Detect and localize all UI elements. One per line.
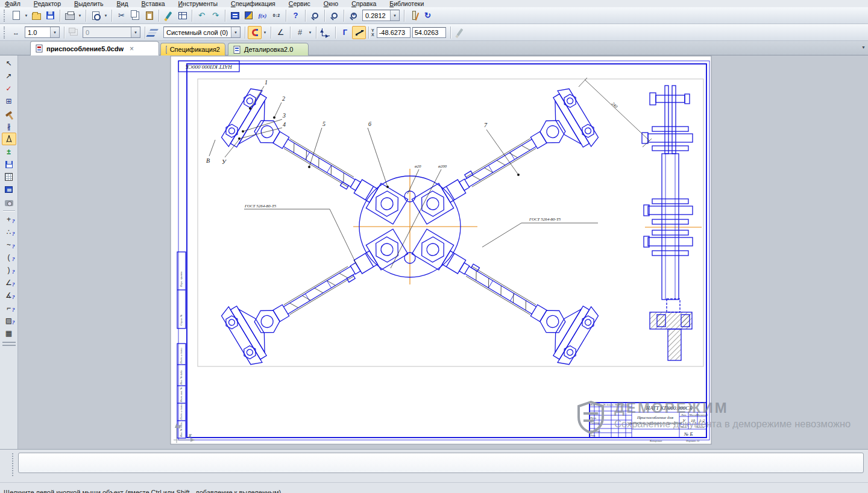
tab-detalirovka[interactable]: Деталировка2.0 <box>228 43 309 55</box>
arc-length-tool[interactable]: (? <box>2 251 16 263</box>
tab-prisposoblenie[interactable]: приспособление5.0cdw × <box>30 41 159 55</box>
current-layer-combo[interactable]: Системный слой (0) ▼ <box>163 27 241 38</box>
menu-select[interactable]: Выделить <box>74 0 103 7</box>
fragment-panel-button[interactable]: ⊞ <box>2 95 16 107</box>
constraints-panel-button[interactable]: ∦ <box>2 120 16 133</box>
magnet-snap-icon <box>252 29 257 36</box>
layer-number-combo[interactable]: 0 ▼ <box>83 27 140 38</box>
spec-control-panel-button[interactable]: ± <box>2 145 16 158</box>
local-cs-button[interactable] <box>319 26 333 39</box>
redo-button[interactable]: ↷ <box>209 9 222 22</box>
tab-list-arrow[interactable]: ▼ <box>861 45 866 49</box>
mass-properties-tool[interactable]: ▦ <box>2 327 16 339</box>
undo-button[interactable]: ↶ <box>195 9 209 22</box>
callout-4: 4 <box>283 121 286 128</box>
drawing-canvas[interactable]: НАТТ КП000.000СБ <box>18 55 868 449</box>
snap-button[interactable] <box>248 26 262 39</box>
cut-button[interactable]: ✂ <box>115 9 128 22</box>
toolbar-grip2[interactable] <box>4 27 7 39</box>
print-dropdown[interactable]: ▼ <box>77 9 83 22</box>
context-help-button[interactable]: ? <box>289 9 303 22</box>
scale-label: Масштаб <box>696 413 708 416</box>
calculator-button[interactable] <box>242 9 256 22</box>
current-layer-arrow[interactable]: ▼ <box>231 27 240 37</box>
curve-length-tool[interactable]: )? <box>2 263 16 276</box>
menu-view[interactable]: Вид <box>117 0 128 7</box>
library-manager-button[interactable] <box>228 9 242 22</box>
property-bar-field[interactable] <box>18 453 864 473</box>
print-preview-button[interactable] <box>89 9 102 22</box>
area-tool[interactable]: ▨? <box>2 314 16 327</box>
menu-window[interactable]: Окно <box>324 0 338 7</box>
build-panel-button[interactable] <box>2 107 16 120</box>
document-tab-bar: приспособление5.0cdw × Спецификация2 Дет… <box>0 41 868 55</box>
open-button[interactable] <box>30 9 43 22</box>
perimeter-tool[interactable]: ⌐? <box>2 301 16 314</box>
insert-view-panel-button[interactable] <box>2 196 16 209</box>
measure-panel-button[interactable] <box>2 133 16 145</box>
ortho-icon: Г <box>343 28 347 36</box>
menu-help[interactable]: Справка <box>351 0 376 7</box>
zoom-combo-arrow[interactable]: ▼ <box>390 10 399 20</box>
paste-button[interactable] <box>142 9 156 22</box>
distance-two-points-tool[interactable]: ∴? <box>2 225 16 238</box>
sheet-panel-button[interactable] <box>2 171 16 183</box>
coord-x-field[interactable] <box>377 27 410 38</box>
angle-three-points-tool[interactable]: ∡? <box>2 289 16 301</box>
layers-button[interactable] <box>148 26 162 39</box>
drawing-sheet-view[interactable]: НАТТ КП000.000СБ <box>18 55 868 449</box>
menu-insert[interactable]: Вставка <box>142 0 165 7</box>
zoom-in-out-button[interactable] <box>347 9 360 22</box>
ortho-button[interactable]: Г <box>338 26 352 39</box>
layer-combo-arrow[interactable]: ▼ <box>131 27 140 37</box>
spec-numbering-button[interactable]: 0↕2 <box>269 9 283 22</box>
print-button[interactable] <box>63 9 77 22</box>
tb-row: Т.контр. <box>590 421 600 424</box>
toolbar-grip[interactable] <box>4 10 7 22</box>
point-coordinates-tool[interactable]: +? <box>2 213 16 225</box>
properties-button[interactable] <box>175 9 189 22</box>
ruler-button[interactable] <box>407 9 421 22</box>
preview-dropdown[interactable]: ▼ <box>102 9 109 22</box>
rounding-button[interactable] <box>352 26 366 39</box>
zoom-frame-button[interactable] <box>327 9 341 22</box>
menu-service[interactable]: Сервис <box>289 0 310 7</box>
save-button[interactable] <box>43 9 57 22</box>
sheet[interactable] <box>171 56 711 444</box>
new-document-button[interactable] <box>9 9 23 22</box>
variables-button[interactable]: f(x) <box>256 9 269 22</box>
menu-file[interactable]: Файл <box>5 0 20 7</box>
property-bar-grip[interactable] <box>12 453 14 476</box>
zoom-selected-button[interactable] <box>308 9 322 22</box>
new-document-dropdown[interactable]: ▼ <box>23 9 30 22</box>
view-panel-button[interactable] <box>2 183 16 196</box>
coord-y-field[interactable] <box>412 27 446 38</box>
menu-libraries[interactable]: Библиотеки <box>389 0 424 7</box>
editing-panel-button[interactable]: ↗ <box>2 69 16 82</box>
tab-specifikaciya[interactable]: Спецификация2 <box>160 43 225 55</box>
tab-close-button[interactable]: × <box>130 45 134 53</box>
refresh-view-button[interactable]: ↻ <box>421 9 435 22</box>
menu-tools[interactable]: Инструменты <box>178 0 218 7</box>
cursor-step-combo[interactable]: 1.0 ▼ <box>25 27 60 38</box>
angle-two-lines-tool[interactable]: ∠? <box>2 276 16 289</box>
distance-curve-tool[interactable]: ~? <box>2 238 16 251</box>
menu-editor[interactable]: Редактор <box>34 0 61 7</box>
grid-dropdown[interactable]: ▼ <box>307 26 313 39</box>
selection-panel-button[interactable]: ↖ <box>2 57 16 69</box>
panel-resize-grip[interactable] <box>2 342 16 346</box>
step-combo-arrow[interactable]: ▼ <box>50 27 59 37</box>
style-painter-button[interactable] <box>453 26 467 39</box>
parametrization-panel-button[interactable]: ✓ <box>2 82 16 95</box>
menu-specification[interactable]: Спецификация <box>231 0 275 7</box>
grid-button[interactable]: # <box>293 26 307 39</box>
copied-label: Копировал <box>649 439 662 442</box>
report-panel-button[interactable] <box>2 158 16 171</box>
snap-dropdown[interactable]: ▼ <box>262 26 268 39</box>
layer-copy-button[interactable] <box>67 26 81 39</box>
zoom-combo[interactable]: 0.2812 ▼ <box>362 10 400 21</box>
angle-snap-button[interactable]: ∠ <box>274 26 288 39</box>
cursor-step-button[interactable]: ↔ <box>9 26 23 39</box>
copy-button[interactable] <box>128 9 142 22</box>
format-painter-button[interactable] <box>162 9 175 22</box>
